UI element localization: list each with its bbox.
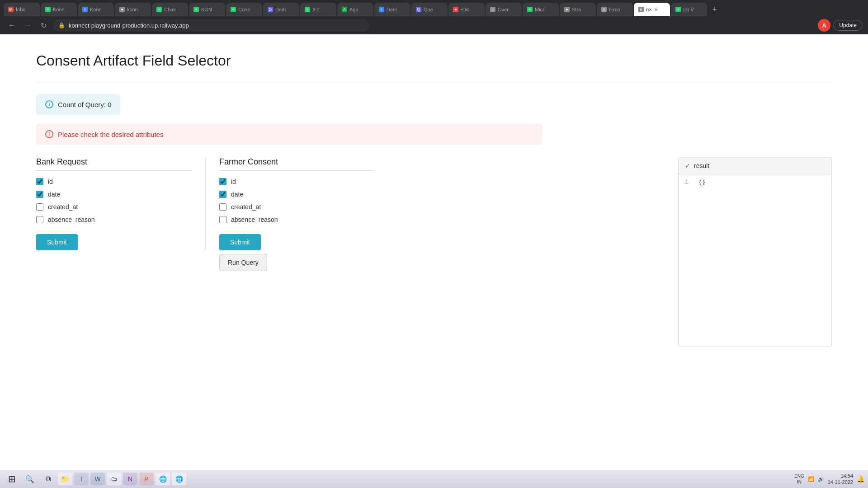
bank-checkbox-created-at[interactable] — [36, 203, 43, 211]
farmer-label-date: date — [231, 191, 243, 198]
farmer-label-absence-reason: absence_reason — [231, 216, 278, 223]
result-panel: ✓ result 1 {} — [678, 157, 832, 347]
tab-kon[interactable]: + KON — [189, 3, 225, 16]
lock-icon: 🔒 — [58, 22, 65, 28]
check-icon: ✓ — [685, 162, 690, 169]
count-query-box: i Count of Query: 0 — [36, 94, 120, 115]
tab-chak[interactable]: + Chak — [152, 3, 188, 16]
bank-label-absence-reason: absence_reason — [48, 216, 95, 223]
address-bar-row: ← → ↻ 🔒 konnect-playground-production.up… — [0, 16, 868, 34]
line-number-1: 1 — [685, 179, 698, 186]
tab-dem2[interactable]: ≡ Dem — [374, 3, 410, 16]
bank-request-title: Bank Request — [36, 157, 192, 171]
tab-konn1[interactable]: + Konn — [41, 3, 77, 16]
bank-checkbox-absence-reason[interactable] — [36, 216, 43, 223]
bank-checkbox-id[interactable] — [36, 178, 43, 185]
bank-field-absence-reason[interactable]: absence_reason — [36, 216, 192, 223]
run-query-button[interactable]: Run Query — [219, 254, 267, 271]
farmer-label-id: id — [231, 178, 236, 185]
reload-button[interactable]: ↻ — [38, 19, 49, 32]
tab-bar: M Inbo + Konn ≡ Konn ● konn + Chak + KON… — [0, 0, 868, 16]
bank-label-id: id — [48, 178, 53, 185]
tab-que[interactable]: Q Que — [411, 3, 448, 16]
farmer-field-id[interactable]: id — [219, 178, 375, 185]
line-content-1: {} — [698, 179, 706, 186]
farmer-checkbox-created-at[interactable] — [219, 203, 226, 211]
tab-dis[interactable]: ● •Dis — [448, 3, 485, 16]
farmer-checkbox-date[interactable] — [219, 191, 226, 198]
bank-request-fields: id date created_at absence_reason — [36, 178, 192, 223]
user-avatar[interactable]: A — [818, 19, 830, 32]
bank-checkbox-date[interactable] — [36, 191, 43, 198]
bank-field-created-at[interactable]: created_at — [36, 203, 192, 211]
count-query-text: Count of Query: 0 — [58, 101, 111, 108]
tab-konn2[interactable]: ≡ Konn — [78, 3, 114, 16]
tab-v3[interactable]: + (3) V — [671, 3, 707, 16]
tab-agri[interactable]: A Agri — [337, 3, 373, 16]
tab-dem1[interactable]: D Dem — [263, 3, 299, 16]
url-bar[interactable]: 🔒 konnect-playground-production.up.railw… — [53, 19, 369, 32]
tab-stra[interactable]: ● Stra — [560, 3, 596, 16]
warning-box: ! Please check the desired attributes — [36, 124, 542, 145]
farmer-buttons: Submit Run Query — [219, 234, 375, 271]
tab-exca[interactable]: X Exca — [597, 3, 633, 16]
farmer-submit-button[interactable]: Submit — [219, 234, 261, 250]
farmer-consent-title: Farmer Consent — [219, 157, 375, 171]
forward-button[interactable]: → — [22, 19, 34, 31]
result-line-1: 1 {} — [679, 178, 831, 187]
title-divider — [36, 83, 832, 83]
farmer-field-created-at[interactable]: created_at — [219, 203, 375, 211]
farmer-consent-section: Farmer Consent id date created_at absenc… — [219, 157, 389, 271]
farmer-consent-fields: id date created_at absence_reason — [219, 178, 375, 223]
tab-over[interactable]: ◇ Over — [486, 3, 522, 16]
new-tab-button[interactable]: + — [708, 3, 722, 16]
result-body: 1 {} — [679, 174, 831, 346]
farmer-checkbox-id[interactable] — [219, 178, 226, 185]
farmer-field-date[interactable]: date — [219, 191, 375, 198]
back-button[interactable]: ← — [5, 19, 18, 31]
bank-submit-button[interactable]: Submit — [36, 234, 78, 250]
bank-field-id[interactable]: id — [36, 178, 192, 185]
bank-field-date[interactable]: date — [36, 191, 192, 198]
farmer-field-absence-reason[interactable]: absence_reason — [219, 216, 375, 223]
result-header: ✓ result — [679, 158, 831, 174]
farmer-checkbox-absence-reason[interactable] — [219, 216, 226, 223]
bank-label-date: date — [48, 191, 60, 198]
page-title: Consent Artifact Field Selector — [36, 52, 832, 69]
sections-layout: Bank Request id date created_at absence_… — [36, 157, 832, 347]
bank-label-created-at: created_at — [48, 203, 78, 211]
warning-icon: ! — [45, 130, 53, 138]
tab-inbox[interactable]: M Inbo — [4, 3, 40, 16]
bank-request-section: Bank Request id date created_at absence_… — [36, 157, 206, 250]
page-content: Consent Artifact Field Selector i Count … — [0, 34, 868, 470]
url-text: konnect-playground-production.up.railway… — [69, 22, 189, 29]
tab-cons[interactable]: + Cons — [226, 3, 262, 16]
tab-active[interactable]: n n× ✕ — [634, 3, 670, 16]
info-icon-blue: i — [45, 100, 53, 108]
update-button[interactable]: Update — [833, 20, 863, 31]
tab-xt[interactable]: + XT: — [300, 3, 336, 16]
result-title: result — [694, 162, 709, 169]
tab-konn3[interactable]: ● konn — [115, 3, 151, 16]
tab-micr[interactable]: + Micr — [523, 3, 559, 16]
warning-text: Please check the desired attributes — [58, 131, 163, 138]
farmer-label-created-at: created_at — [231, 203, 261, 211]
